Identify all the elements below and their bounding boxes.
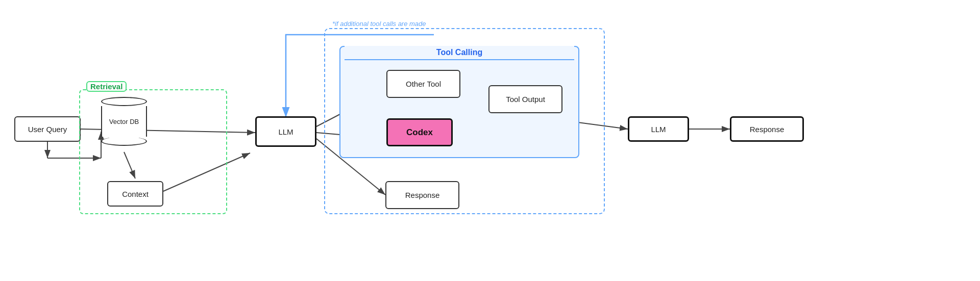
cylinder-bottom xyxy=(101,137,147,146)
response-right-box: Response xyxy=(730,116,804,142)
response-inner-label: Response xyxy=(405,191,440,199)
llm-main-box: LLM xyxy=(255,116,316,147)
codex-box: Codex xyxy=(386,118,453,146)
user-query-box: User Query xyxy=(14,116,81,142)
codex-label: Codex xyxy=(406,127,433,138)
tool-calling-inner-box: Tool Calling Other Tool Codex Tool Outpu… xyxy=(339,46,579,158)
response-inner-box: Response xyxy=(385,181,459,209)
tool-output-box: Tool Output xyxy=(488,85,562,113)
llm-main-label: LLM xyxy=(278,127,293,136)
tool-output-label: Tool Output xyxy=(506,95,545,104)
other-tool-box: Other Tool xyxy=(386,70,460,98)
context-box: Context xyxy=(107,181,163,207)
response-right-label: Response xyxy=(750,125,785,134)
llm-right-box: LLM xyxy=(628,116,689,142)
tool-calling-note: *if additional tool calls are made xyxy=(330,20,428,28)
vector-db-cylinder: Vector DB xyxy=(101,97,147,146)
retrieval-label: Retrieval xyxy=(86,81,127,92)
cylinder-top xyxy=(101,97,147,106)
vector-db-label: Vector DB xyxy=(109,118,139,125)
cylinder-body: Vector DB xyxy=(101,106,147,137)
diagram: User Query Retrieval Vector DB Context L… xyxy=(0,0,980,281)
user-query-label: User Query xyxy=(28,125,67,134)
other-tool-label: Other Tool xyxy=(406,80,441,88)
llm-right-label: LLM xyxy=(651,125,666,134)
context-label: Context xyxy=(122,190,149,198)
tool-calling-inner-label: Tool Calling xyxy=(345,46,574,60)
